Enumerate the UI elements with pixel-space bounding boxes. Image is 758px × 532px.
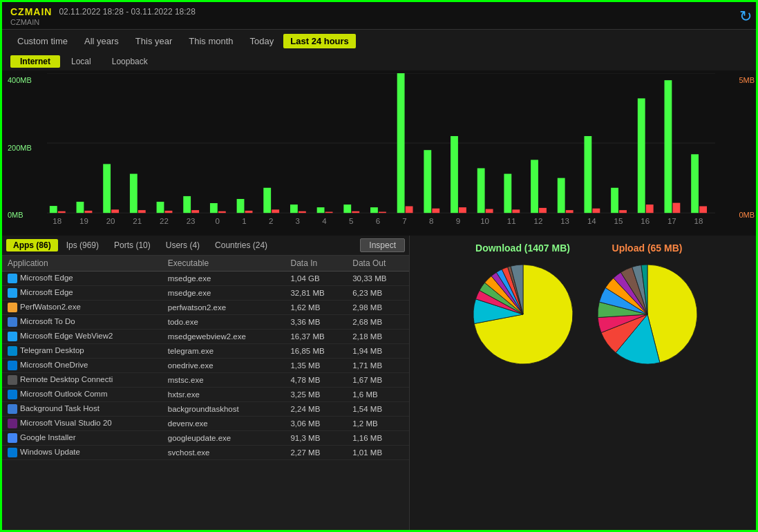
app-name: Microsoft OneDrive	[2, 359, 162, 373]
data-in: 1,04 GB	[285, 272, 347, 286]
table-row[interactable]: Background Task Host backgroundtaskhost …	[2, 402, 409, 417]
data-out: 2,68 MB	[347, 315, 409, 330]
svg-rect-49	[459, 207, 466, 213]
hostname: CZMAIN	[10, 6, 52, 17]
data-table[interactable]: Application Executable Data In Data Out …	[2, 256, 409, 532]
data-in: 1,62 MB	[285, 301, 347, 315]
table-row[interactable]: Microsoft Edge msedge.exe 1,04 GB 30,33 …	[2, 272, 409, 286]
exe-name: svchost.exe	[162, 446, 285, 460]
svg-text:8: 8	[429, 217, 433, 225]
exe-name: todo.exe	[162, 315, 285, 330]
time-tab-all-years[interactable]: All years	[77, 34, 126, 48]
chart-container: 400MB 200MB 0MB 181920212223012345678910…	[2, 70, 758, 236]
upload-pie-title: Upload (65 MB)	[612, 243, 683, 254]
upload-pie-chart	[592, 259, 703, 370]
svg-rect-12	[130, 174, 138, 213]
net-tab-internet[interactable]: Internet	[10, 55, 60, 68]
y-left-top: 400MB	[8, 76, 44, 84]
svg-text:23: 23	[187, 217, 196, 225]
exe-name: devenv.exe	[162, 417, 285, 431]
table-row[interactable]: Microsoft To Do todo.exe 3,36 MB 2,68 MB	[2, 315, 409, 330]
inspect-button[interactable]: Inspect	[360, 238, 405, 252]
app-name: Microsoft Visual Studio 20	[2, 417, 162, 431]
table-row[interactable]: PerfWatson2.exe perfwatson2.exe 1,62 MB …	[2, 301, 409, 315]
svg-text:10: 10	[480, 217, 489, 225]
svg-rect-22	[218, 211, 226, 213]
svg-rect-37	[352, 211, 359, 213]
time-tab-today[interactable]: Today	[243, 34, 281, 48]
refresh-icon[interactable]: ↻	[739, 8, 752, 26]
time-tab-this-year[interactable]: This year	[129, 34, 179, 48]
col-exe: Executable	[162, 256, 285, 272]
col-app: Application	[2, 256, 162, 272]
download-pie-title: Download (1407 MB)	[475, 243, 570, 254]
app-name: Microsoft Outlook Comm	[2, 388, 162, 402]
svg-rect-72	[665, 80, 672, 213]
data-out: 1,67 MB	[347, 373, 409, 388]
table-row[interactable]: Microsoft Visual Studio 20 devenv.exe 3,…	[2, 417, 409, 431]
app-tab-users--4-[interactable]: Users (4)	[159, 239, 207, 251]
data-out: 30,33 MB	[347, 272, 409, 286]
exe-name: googleupdate.exe	[162, 431, 285, 446]
time-tab-last-24-hours[interactable]: Last 24 hours	[283, 34, 356, 48]
svg-text:3: 3	[296, 217, 300, 225]
table-row[interactable]: Google Installer googleupdate.exe 91,3 M…	[2, 431, 409, 446]
svg-text:1: 1	[242, 217, 246, 225]
svg-rect-15	[157, 202, 164, 213]
svg-rect-27	[263, 188, 271, 213]
y-left-mid: 200MB	[8, 144, 44, 152]
y-right-top: 5MB	[718, 76, 755, 84]
time-tabs: Custom timeAll yearsThis yearThis monthT…	[2, 30, 758, 53]
app-tab-ports--10-[interactable]: Ports (10)	[107, 239, 158, 251]
download-pie-chart	[468, 259, 578, 370]
svg-text:21: 21	[133, 217, 142, 225]
time-tab-this-month[interactable]: This month	[182, 34, 240, 48]
svg-rect-31	[299, 211, 306, 213]
exe-name: onedrive.exe	[162, 359, 285, 373]
svg-rect-6	[77, 202, 84, 213]
table-row[interactable]: Microsoft Edge msedge.exe 32,81 MB 6,23 …	[2, 286, 409, 301]
data-in: 2,27 MB	[285, 446, 347, 460]
col-out: Data Out	[347, 256, 409, 272]
svg-rect-58	[539, 208, 547, 213]
app-tab-apps--86-[interactable]: Apps (86)	[6, 239, 58, 251]
svg-text:7: 7	[402, 217, 406, 225]
chart-area: 1819202122230123456789101112131415161718	[47, 73, 715, 233]
data-in: 32,81 MB	[285, 286, 347, 301]
svg-text:2: 2	[269, 217, 273, 225]
table-row[interactable]: Windows Update svchost.exe 2,27 MB 1,01 …	[2, 446, 409, 460]
net-tab-loopback[interactable]: Loopback	[102, 55, 158, 68]
exe-name: hxtsr.exe	[162, 388, 285, 402]
data-in: 4,78 MB	[285, 373, 347, 388]
table-row[interactable]: Microsoft Outlook Comm hxtsr.exe 3,25 MB…	[2, 388, 409, 402]
app-tab-ips--969-[interactable]: Ips (969)	[59, 239, 106, 251]
svg-rect-21	[210, 203, 218, 213]
app-tab-countries--24-[interactable]: Countries (24)	[208, 239, 274, 251]
download-pie-section: Download (1407 MB)	[468, 243, 578, 370]
table-row[interactable]: Telegram Desktop telegram.exe 16,85 MB 1…	[2, 344, 409, 359]
table-row[interactable]: Microsoft Edge WebView2 msedgewebview2.e…	[2, 330, 409, 344]
svg-rect-34	[325, 212, 333, 213]
svg-rect-3	[50, 206, 57, 213]
svg-rect-30	[290, 205, 298, 213]
svg-rect-46	[432, 209, 439, 213]
svg-text:11: 11	[507, 217, 516, 225]
data-out: 1,94 MB	[347, 344, 409, 359]
table-row[interactable]: Remote Desktop Connecti mstsc.exe 4,78 M…	[2, 373, 409, 388]
svg-rect-45	[424, 150, 431, 213]
table-row[interactable]: Microsoft OneDrive onedrive.exe 1,35 MB …	[2, 359, 409, 373]
svg-rect-61	[566, 210, 574, 213]
app-name: Microsoft To Do	[2, 315, 162, 330]
data-out: 1,2 MB	[347, 417, 409, 431]
net-tab-local[interactable]: Local	[61, 55, 101, 68]
pie-charts-row: Download (1407 MB) Upload (65 MB)	[417, 243, 753, 370]
svg-rect-40	[379, 212, 386, 213]
svg-rect-75	[691, 154, 699, 213]
svg-rect-19	[191, 210, 199, 213]
app-name: Microsoft Edge	[2, 272, 162, 286]
svg-text:17: 17	[667, 217, 676, 225]
chart-svg: 1819202122230123456789101112131415161718	[47, 73, 715, 233]
time-tab-custom-time[interactable]: Custom time	[10, 34, 75, 48]
svg-rect-60	[558, 178, 565, 213]
date-range: 02.11.2022 18:28 - 03.11.2022 18:28	[59, 7, 196, 17]
